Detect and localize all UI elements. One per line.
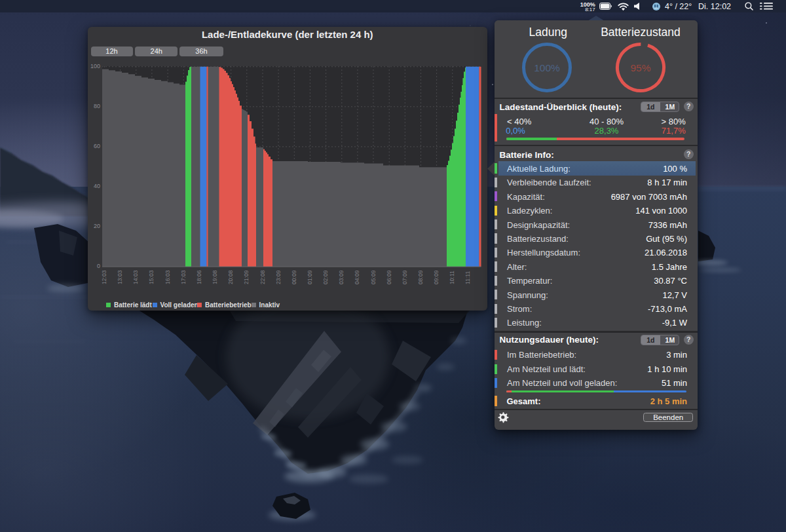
svg-text:100%: 100%	[534, 62, 560, 73]
svg-text:95%: 95%	[630, 62, 650, 73]
